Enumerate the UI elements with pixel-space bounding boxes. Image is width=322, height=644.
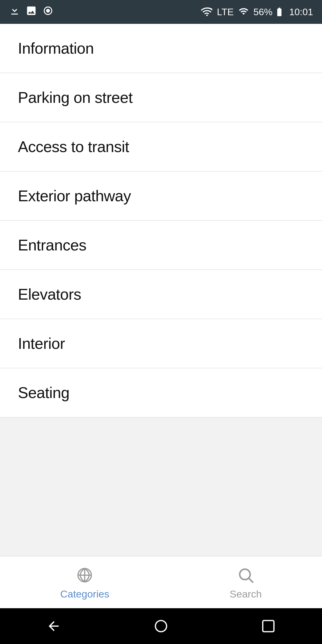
list-item-text-elevators: Elevators <box>18 285 81 303</box>
list-item-elevators[interactable]: Elevators <box>0 270 322 319</box>
list-item-text-seating: Seating <box>18 384 69 402</box>
signal-icon <box>239 6 249 18</box>
status-bar-right: LTE 56% 10:01 <box>200 6 313 18</box>
list-item-information[interactable]: Information <box>0 24 322 73</box>
back-button[interactable] <box>42 614 66 638</box>
search-icon <box>236 565 256 585</box>
svg-point-1 <box>46 9 50 13</box>
svg-point-2 <box>206 15 208 16</box>
content-area: InformationParking on streetAccess to tr… <box>0 24 322 556</box>
list-item-exterior-pathway[interactable]: Exterior pathway <box>0 171 322 221</box>
svg-point-9 <box>155 620 167 632</box>
categories-icon <box>75 565 95 585</box>
image-icon <box>26 5 37 19</box>
list-item-text-interior: Interior <box>18 335 65 352</box>
list-item-text-parking-on-street: Parking on street <box>18 89 133 106</box>
battery-indicator: 56% <box>253 7 284 18</box>
battery-percent: 56% <box>253 7 273 18</box>
list-item-text-information: Information <box>18 39 94 57</box>
bottom-nav: Categories Search <box>0 556 322 608</box>
lte-indicator: LTE <box>217 7 234 18</box>
status-bar: LTE 56% 10:01 <box>0 0 322 24</box>
list-item-text-entrances: Entrances <box>18 236 86 254</box>
system-nav-bar <box>0 608 322 644</box>
list-item-text-access-to-transit: Access to transit <box>18 138 129 156</box>
nav-search[interactable]: Search <box>218 562 274 603</box>
wifi-icon <box>200 6 212 18</box>
home-button[interactable] <box>149 614 173 638</box>
search-label: Search <box>230 588 262 600</box>
list-item-interior[interactable]: Interior <box>0 319 322 368</box>
list-item-parking-on-street[interactable]: Parking on street <box>0 73 322 122</box>
svg-rect-10 <box>263 620 274 632</box>
status-bar-left <box>9 5 54 19</box>
nav-categories[interactable]: Categories <box>48 562 121 603</box>
status-time: 10:01 <box>289 7 313 18</box>
categories-label: Categories <box>60 588 109 600</box>
list-item-access-to-transit[interactable]: Access to transit <box>0 122 322 171</box>
list-item-text-exterior-pathway: Exterior pathway <box>18 187 131 205</box>
list-item-entrances[interactable]: Entrances <box>0 221 322 270</box>
list-item-seating[interactable]: Seating <box>0 368 322 417</box>
download-icon <box>9 5 20 19</box>
record-icon <box>42 5 54 19</box>
svg-point-7 <box>240 569 250 580</box>
recents-button[interactable] <box>256 614 280 638</box>
svg-line-8 <box>249 578 253 583</box>
category-list: InformationParking on streetAccess to tr… <box>0 24 322 417</box>
